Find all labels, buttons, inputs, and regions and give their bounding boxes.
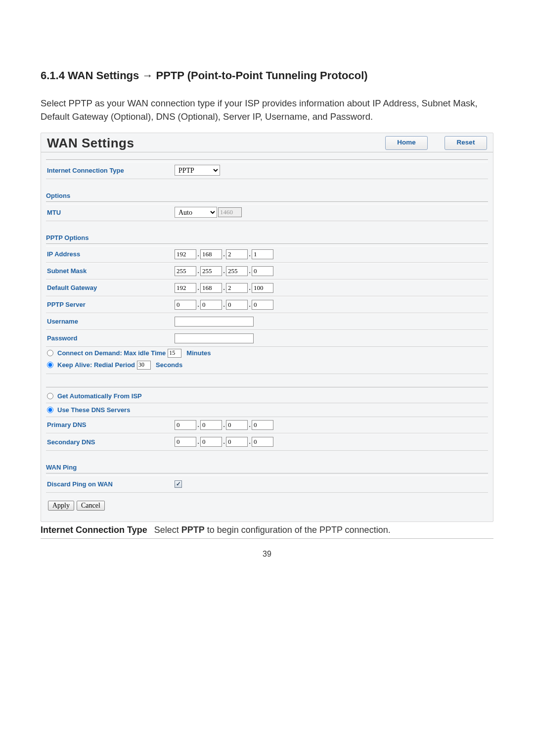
ip-octet-2[interactable] xyxy=(200,249,222,259)
dns-use-label: Use These DNS Servers xyxy=(57,406,130,414)
connect-on-demand-radio[interactable] xyxy=(47,350,53,356)
discard-ping-label: Discard Ping on WAN xyxy=(47,480,175,488)
redial-period-input[interactable] xyxy=(137,361,151,370)
dns-auto-radio[interactable] xyxy=(47,393,53,399)
gw-octet-4[interactable] xyxy=(252,283,273,293)
sm-octet-4[interactable] xyxy=(252,266,273,276)
gateway-input-group: . . . xyxy=(175,283,273,293)
subnet-mask-input-group: . . . xyxy=(175,266,273,276)
dns-auto-label: Get Automatically From ISP xyxy=(57,392,142,400)
max-idle-input[interactable] xyxy=(168,349,181,358)
subnet-label: Subnet Mask xyxy=(47,267,175,275)
pdns-octet-4[interactable] xyxy=(252,420,273,430)
srv-octet-3[interactable] xyxy=(226,300,248,310)
pptp-server-label: PPTP Server xyxy=(47,301,175,308)
sdns-octet-2[interactable] xyxy=(200,437,222,447)
options-heading: Options xyxy=(46,192,488,199)
ict-label: Internet Connection Type xyxy=(47,167,175,174)
sm-octet-2[interactable] xyxy=(200,266,222,276)
mtu-label: MTU xyxy=(47,209,175,216)
ip-octet-4[interactable] xyxy=(252,249,273,259)
minutes-unit: Minutes xyxy=(186,349,211,357)
wan-ping-heading: WAN Ping xyxy=(46,464,488,471)
ict-select[interactable]: PPTP xyxy=(175,165,220,176)
sdns-octet-4[interactable] xyxy=(252,437,273,447)
mtu-value-input xyxy=(218,207,242,217)
gw-octet-1[interactable] xyxy=(175,283,196,293)
username-label: Username xyxy=(47,318,175,325)
primary-dns-input-group: . . . xyxy=(175,420,273,430)
ip-label: IP Address xyxy=(47,250,175,258)
pptp-options-heading: PPTP Options xyxy=(46,234,488,241)
home-button[interactable]: Home xyxy=(385,136,428,150)
description-row: Internet Connection Type Select PPTP to … xyxy=(41,522,493,539)
gw-octet-3[interactable] xyxy=(226,283,248,293)
description-term: Internet Connection Type xyxy=(41,525,147,535)
pptp-server-input-group: . . . xyxy=(175,300,273,310)
srv-octet-2[interactable] xyxy=(200,300,222,310)
description-definition: Select PPTP to begin configuration of th… xyxy=(154,525,391,535)
keep-alive-label: Keep Alive: Redial Period xyxy=(57,361,135,369)
discard-ping-checkbox[interactable] xyxy=(175,480,182,488)
apply-button[interactable]: Apply xyxy=(48,501,74,511)
sm-octet-1[interactable] xyxy=(175,266,196,276)
primary-dns-label: Primary DNS xyxy=(47,421,175,428)
cancel-button[interactable]: Cancel xyxy=(77,501,105,511)
dns-use-radio[interactable] xyxy=(47,407,53,413)
username-input[interactable] xyxy=(175,317,254,327)
ip-octet-1[interactable] xyxy=(175,249,196,259)
sdns-octet-3[interactable] xyxy=(226,437,248,447)
secondary-dns-label: Secondary DNS xyxy=(47,438,175,446)
ip-address-input-group: . . . xyxy=(175,249,273,259)
section-heading: 6.1.4 WAN Settings → PPTP (Point-to-Poin… xyxy=(41,69,493,82)
panel-title: WAN Settings xyxy=(47,136,134,151)
section-intro: Select PPTP as your WAN connection type … xyxy=(41,97,493,124)
seconds-unit: Seconds xyxy=(156,361,182,369)
password-label: Password xyxy=(47,334,175,342)
srv-octet-1[interactable] xyxy=(175,300,196,310)
password-input[interactable] xyxy=(175,333,254,343)
reset-button[interactable]: Reset xyxy=(445,136,487,150)
keep-alive-radio[interactable] xyxy=(47,362,53,368)
sdns-octet-1[interactable] xyxy=(175,437,196,447)
srv-octet-4[interactable] xyxy=(252,300,273,310)
secondary-dns-input-group: . . . xyxy=(175,437,273,447)
pdns-octet-3[interactable] xyxy=(226,420,248,430)
connect-on-demand-label: Connect on Demand: Max idle Time xyxy=(57,349,166,357)
ip-octet-3[interactable] xyxy=(226,249,248,259)
pdns-octet-2[interactable] xyxy=(200,420,222,430)
pdns-octet-1[interactable] xyxy=(175,420,196,430)
mtu-mode-select[interactable]: Auto xyxy=(175,207,217,218)
gateway-label: Default Gateway xyxy=(47,284,175,291)
page-number: 39 xyxy=(41,550,493,559)
wan-settings-panel: WAN Settings Home Reset Internet Connect… xyxy=(41,133,493,522)
gw-octet-2[interactable] xyxy=(200,283,222,293)
sm-octet-3[interactable] xyxy=(226,266,248,276)
